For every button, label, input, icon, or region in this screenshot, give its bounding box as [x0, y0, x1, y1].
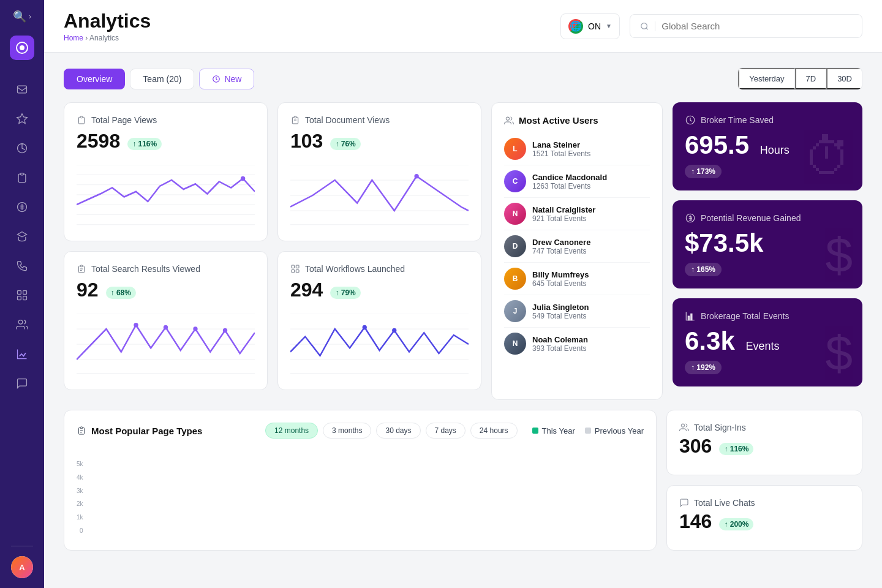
- popular-icon: [77, 426, 86, 435]
- live-chats-card: Total Live Chats 146 ↑ 200%: [666, 485, 862, 551]
- svg-rect-4: [18, 291, 21, 295]
- global-search-input[interactable]: [662, 21, 852, 31]
- sign-ins-badge: ↑ 116%: [719, 443, 753, 455]
- chat-icon: [679, 498, 689, 508]
- sign-ins-title: Total Sign-Ins: [679, 423, 746, 432]
- 30d-btn[interactable]: 30D: [826, 68, 862, 89]
- popular-pages-card: Most Popular Page Types 12 months 3 mont…: [64, 410, 657, 551]
- legend-this-year: This Year: [532, 426, 575, 435]
- search-results-chart: [77, 314, 255, 375]
- svg-point-26: [193, 326, 197, 331]
- sidebar-search[interactable]: 🔍 ›: [13, 10, 31, 23]
- period-12m[interactable]: 12 months: [265, 423, 318, 439]
- period-buttons: 12 months 3 months 30 days 7 days 24 hou…: [265, 423, 518, 439]
- locale-label: ON: [588, 21, 601, 31]
- tab-new[interactable]: New: [199, 69, 254, 89]
- period-3m[interactable]: 3 months: [323, 423, 371, 439]
- yesterday-btn[interactable]: Yesterday: [738, 68, 794, 89]
- most-active-users-card: Most Active Users L Lana Steiner 1521 To…: [491, 102, 663, 400]
- user-info-billy: Billy Mumfreys 645 Total Events: [532, 270, 589, 288]
- sidebar-item-workflows[interactable]: [10, 283, 34, 307]
- sidebar-item-finance[interactable]: [10, 195, 34, 219]
- sidebar-item-analytics[interactable]: [10, 342, 34, 366]
- sidebar-item-favorites[interactable]: [10, 107, 34, 131]
- popular-title: Most Popular Page Types: [77, 426, 202, 436]
- revenue-title: Potential Revenue Gained: [685, 213, 850, 224]
- broker-time-title: Broker Time Saved: [685, 115, 850, 126]
- user-avatar-billy: B: [504, 268, 526, 290]
- sidebar-item-chat[interactable]: [10, 371, 34, 396]
- sign-in-icon: [679, 423, 689, 432]
- global-search-bar: [630, 14, 862, 38]
- user-item: D Drew Canonere 747 Total Events: [504, 230, 650, 263]
- sidebar: 🔍 ›: [0, 0, 44, 588]
- chart-bar-icon: [685, 311, 696, 322]
- search-results-title: Total Search Results Viewed: [77, 264, 255, 274]
- svg-rect-48: [688, 316, 689, 320]
- document-icon: [77, 115, 86, 125]
- user-avatar[interactable]: A: [11, 556, 33, 578]
- svg-point-33: [414, 174, 418, 179]
- sidebar-item-contacts[interactable]: [10, 312, 34, 337]
- user-item: C Candice Macdonald 1263 Total Events: [504, 165, 650, 198]
- tab-team[interactable]: Team (20): [130, 69, 194, 89]
- tab-bar: Overview Team (20) New Yesterday 7D 30D: [64, 67, 862, 90]
- live-chats-header: Total Live Chats: [679, 498, 850, 508]
- main-content: Analytics Home › Analytics 🌐 ON ▼: [44, 0, 882, 588]
- svg-point-9: [641, 23, 647, 29]
- sign-ins-value: 306: [679, 435, 712, 458]
- 7d-btn[interactable]: 7D: [795, 68, 827, 89]
- breadcrumb-sep: ›: [85, 34, 88, 42]
- svg-point-8: [18, 320, 23, 325]
- doc-views-chart: [290, 165, 469, 226]
- sign-ins-card: Total Sign-Ins 306 ↑ 116%: [666, 410, 862, 475]
- breadcrumb: Home › Analytics: [64, 34, 151, 42]
- svg-rect-35: [296, 265, 299, 268]
- legend-prev-year: Previous Year: [585, 426, 644, 435]
- svg-point-18: [241, 176, 245, 181]
- locale-chevron: ▼: [606, 23, 612, 29]
- user-avatar-julia: J: [504, 300, 526, 322]
- user-avatar-noah: N: [504, 333, 526, 355]
- locale-button[interactable]: 🌐 ON ▼: [560, 13, 620, 39]
- svg-rect-7: [23, 296, 27, 300]
- most-active-title: Most Active Users: [504, 115, 650, 126]
- doc-views-badge: ↑ 76%: [330, 138, 360, 150]
- sidebar-item-docs[interactable]: [10, 165, 34, 190]
- user-info-noah: Noah Coleman 393 Total Events: [532, 335, 588, 353]
- sidebar-item-calls[interactable]: [10, 254, 34, 278]
- page-views-value: 2598: [77, 130, 120, 153]
- header: Analytics Home › Analytics 🌐 ON ▼: [44, 0, 882, 53]
- svg-point-24: [134, 323, 138, 328]
- doc-views-icon: [290, 115, 300, 125]
- bar-chart: 5k 4k 3k 2k 1k 0: [77, 448, 644, 534]
- period-24h[interactable]: 24 hours: [470, 423, 518, 439]
- user-info-julia: Julia Singleton 549 Total Events: [532, 303, 589, 320]
- y-label-1k: 1k: [77, 514, 83, 521]
- sidebar-logo[interactable]: [10, 36, 34, 60]
- live-chats-badge: ↑ 200%: [719, 518, 753, 530]
- time-filter-group: Yesterday 7D 30D: [737, 67, 862, 90]
- sidebar-item-reports[interactable]: [10, 136, 34, 160]
- svg-point-45: [506, 117, 509, 120]
- header-right: 🌐 ON ▼: [560, 13, 862, 39]
- workflows-badge: ↑ 79%: [330, 287, 360, 299]
- period-30d[interactable]: 30 days: [376, 423, 420, 439]
- breadcrumb-home[interactable]: Home: [64, 34, 83, 42]
- brokerage-title: Brokerage Total Events: [685, 311, 850, 322]
- doc-views-value: 103: [290, 130, 323, 153]
- svg-rect-34: [292, 265, 295, 268]
- sidebar-item-inbox[interactable]: [10, 77, 34, 102]
- y-label-0: 0: [80, 527, 83, 534]
- svg-rect-5: [23, 291, 27, 295]
- revenue-card: Potential Revenue Gained $73.5k ↑ 165% $: [673, 200, 862, 288]
- svg-rect-36: [292, 270, 295, 273]
- revenue-badge: ↑ 165%: [685, 263, 722, 276]
- svg-rect-6: [18, 296, 21, 300]
- sidebar-item-education[interactable]: [10, 224, 34, 249]
- period-7d[interactable]: 7 days: [426, 423, 466, 439]
- workflows-icon: [290, 264, 300, 274]
- search-results-icon: [77, 264, 86, 274]
- tab-overview[interactable]: Overview: [64, 69, 125, 89]
- page-views-title: Total Page Views: [77, 115, 255, 125]
